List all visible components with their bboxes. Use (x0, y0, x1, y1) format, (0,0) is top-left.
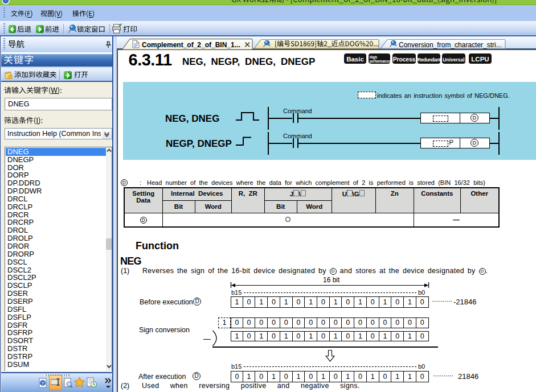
svg-text:?: ? (42, 381, 44, 386)
